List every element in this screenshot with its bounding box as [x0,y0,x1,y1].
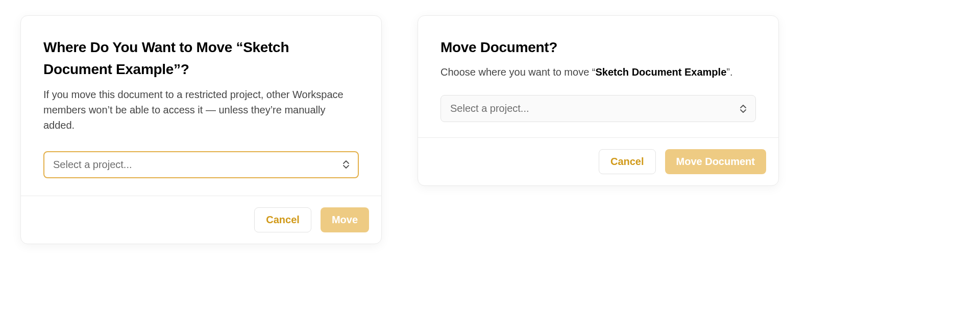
modal-description-docname: Sketch Document Example [596,66,727,78]
modal-description: Choose where you want to move “Sketch Do… [440,64,756,80]
project-select[interactable]: Select a project... [440,95,756,122]
modal-description-prefix: Choose where you want to move “ [440,66,596,78]
modal-footer: Cancel Move [21,196,381,244]
select-chevron-icon [740,105,746,113]
project-select-placeholder: Select a project... [53,159,132,171]
move-document-modal-variant-a: Where Do You Want to Move “Sketch Docume… [20,15,382,244]
project-select-placeholder: Select a project... [450,103,529,114]
move-button[interactable]: Move [321,207,369,232]
modal-title: Where Do You Want to Move “Sketch Docume… [43,36,359,81]
cancel-button[interactable]: Cancel [599,149,656,174]
modal-footer: Cancel Move Document [418,137,778,185]
project-select-wrap: Select a project... [43,151,359,178]
project-select-wrap: Select a project... [440,95,756,122]
modal-title: Move Document? [440,36,756,58]
modal-body: Move Document? Choose where you want to … [418,16,778,137]
modal-description-suffix: ”. [726,66,732,78]
cancel-button[interactable]: Cancel [254,207,311,232]
move-document-button[interactable]: Move Document [665,149,766,174]
modal-description: If you move this document to a restricte… [43,87,359,133]
move-document-modal-variant-b: Move Document? Choose where you want to … [418,15,779,186]
select-chevron-icon [343,160,349,169]
project-select[interactable]: Select a project... [43,151,359,178]
modal-body: Where Do You Want to Move “Sketch Docume… [21,16,381,196]
